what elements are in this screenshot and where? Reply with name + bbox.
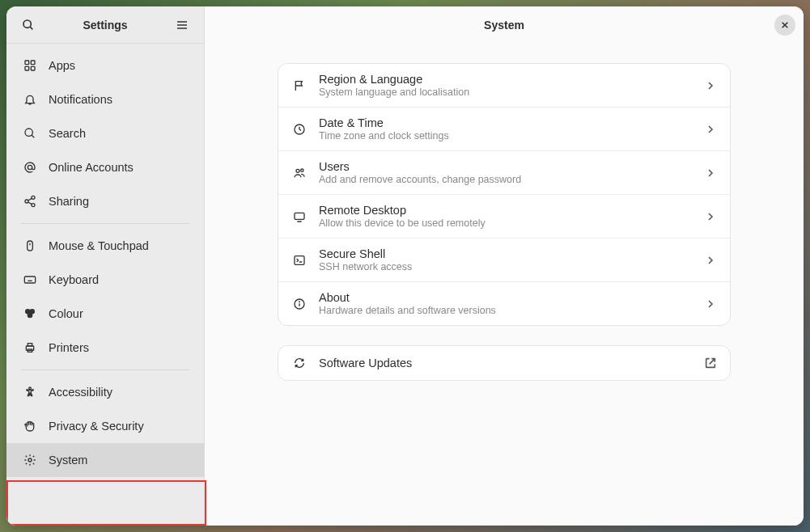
chevron-right-icon: [704, 79, 717, 92]
panel-item-remote[interactable]: Remote DesktopAllow this device to be us…: [278, 195, 730, 239]
panel-item-users[interactable]: UsersAdd and remove accounts, change pas…: [278, 151, 730, 195]
svg-rect-7: [25, 66, 29, 70]
terminal-icon: [291, 252, 307, 268]
panel-subtitle: Time zone and clock settings: [319, 130, 693, 141]
sidebar-item-accessibility[interactable]: Accessibility: [6, 375, 204, 409]
screen-icon: [291, 209, 307, 225]
panel-text: Region & LanguageSystem language and loc…: [319, 73, 693, 98]
sidebar-item-colour[interactable]: Colour: [6, 297, 204, 331]
main-content: Region & LanguageSystem language and loc…: [205, 44, 804, 526]
panel-title: Region & Language: [319, 73, 693, 86]
share-icon: [23, 194, 37, 209]
sidebar-item-label: Mouse & Touchpad: [49, 239, 149, 252]
page-title: System: [484, 19, 524, 32]
sidebar-item-apps[interactable]: Apps: [6, 49, 204, 82]
svg-point-36: [296, 169, 299, 172]
sidebar-divider: [21, 369, 189, 370]
svg-rect-29: [28, 344, 32, 346]
svg-point-11: [28, 165, 32, 169]
sidebar-title: Settings: [40, 19, 170, 32]
chevron-right-icon: [704, 210, 717, 223]
svg-rect-38: [295, 213, 304, 219]
svg-point-14: [32, 204, 35, 207]
svg-point-43: [299, 302, 300, 302]
close-icon: [781, 21, 789, 29]
palette-icon: [23, 306, 37, 321]
panel-text: UsersAdd and remove accounts, change pas…: [319, 160, 693, 185]
search-icon: [22, 19, 35, 32]
sidebar: Settings AppsNotificationsSearchOnline A…: [6, 6, 205, 526]
search-icon: [23, 126, 37, 141]
sidebar-item-label: Sharing: [49, 195, 89, 208]
info-icon: [291, 296, 307, 312]
users-icon: [291, 165, 307, 181]
panel-item-datetime[interactable]: Date & TimeTime zone and clock settings: [278, 108, 730, 151]
chevron-right-icon: [704, 123, 717, 136]
svg-rect-5: [25, 61, 29, 65]
sidebar-header: Settings: [6, 6, 204, 44]
system-panel-list: Region & LanguageSystem language and loc…: [278, 63, 731, 326]
sidebar-item-online-accounts[interactable]: Online Accounts: [6, 150, 204, 184]
sidebar-item-sharing[interactable]: Sharing: [6, 184, 204, 218]
sidebar-item-label: Accessibility: [49, 386, 112, 399]
sidebar-item-search[interactable]: Search: [6, 116, 204, 150]
sidebar-item-label: System: [49, 454, 87, 467]
sidebar-item-keyboard[interactable]: Keyboard: [6, 263, 204, 297]
sidebar-item-mouse[interactable]: Mouse & Touchpad: [6, 229, 204, 263]
svg-point-31: [29, 387, 32, 390]
sidebar-item-notifications[interactable]: Notifications: [6, 82, 204, 116]
panel-text: Remote DesktopAllow this device to be us…: [319, 204, 693, 229]
secondary-panel-list: Software Updates: [278, 345, 731, 381]
svg-point-12: [32, 196, 35, 199]
sidebar-item-label: Colour: [49, 307, 83, 320]
refresh-icon: [291, 355, 307, 371]
panel-subtitle: System language and localisation: [319, 87, 693, 98]
panel-subtitle: Allow this device to be used remotely: [319, 217, 693, 229]
sidebar-item-label: Search: [49, 127, 86, 140]
panel-text: Date & TimeTime zone and clock settings: [319, 116, 693, 141]
svg-rect-17: [28, 241, 33, 251]
sidebar-item-label: Privacy & Security: [49, 420, 144, 433]
panel-item-updates[interactable]: Software Updates: [278, 346, 730, 380]
svg-rect-19: [24, 277, 35, 283]
keyboard-icon: [23, 272, 37, 287]
chevron-right-icon: [704, 298, 717, 310]
panel-item-ssh[interactable]: Secure ShellSSH network access: [278, 239, 730, 282]
panel-subtitle: Hardware details and software versions: [319, 305, 693, 316]
svg-line-15: [28, 198, 32, 201]
main-panel: System Region & LanguageSystem language …: [205, 6, 804, 526]
close-button[interactable]: [774, 15, 795, 36]
sidebar-item-label: Notifications: [49, 93, 112, 106]
sidebar-item-label: Printers: [49, 341, 89, 354]
sidebar-item-printers[interactable]: Printers: [6, 331, 204, 365]
gear-icon: [23, 453, 37, 467]
panel-subtitle: SSH network access: [319, 261, 693, 272]
sidebar-item-privacy[interactable]: Privacy & Security: [6, 409, 204, 443]
svg-point-37: [301, 169, 303, 171]
mouse-icon: [23, 239, 37, 253]
panel-item-about[interactable]: AboutHardware details and software versi…: [278, 282, 730, 325]
chevron-right-icon: [704, 167, 717, 179]
sidebar-list: AppsNotificationsSearchOnline AccountsSh…: [6, 44, 204, 526]
sidebar-item-label: Apps: [49, 59, 75, 72]
panel-title: Software Updates: [319, 357, 693, 369]
sidebar-search-button[interactable]: [16, 13, 40, 37]
panel-item-region[interactable]: Region & LanguageSystem language and loc…: [278, 64, 730, 108]
sidebar-menu-button[interactable]: [170, 13, 194, 37]
panel-title: Secure Shell: [319, 247, 693, 260]
sidebar-item-label: Keyboard: [49, 273, 99, 286]
sidebar-item-system[interactable]: System: [6, 443, 204, 477]
svg-rect-6: [31, 61, 35, 65]
main-header: System: [205, 6, 804, 44]
chevron-right-icon: [704, 254, 717, 267]
svg-point-27: [28, 313, 32, 317]
panel-title: Users: [319, 160, 693, 173]
panel-title: Date & Time: [319, 116, 693, 129]
panel-title: About: [319, 291, 693, 304]
svg-point-0: [23, 20, 31, 27]
bell-icon: [23, 92, 37, 107]
settings-window: Settings AppsNotificationsSearchOnline A…: [6, 6, 804, 526]
apps-icon: [23, 58, 37, 73]
hand-icon: [23, 419, 37, 433]
svg-line-1: [30, 27, 32, 29]
